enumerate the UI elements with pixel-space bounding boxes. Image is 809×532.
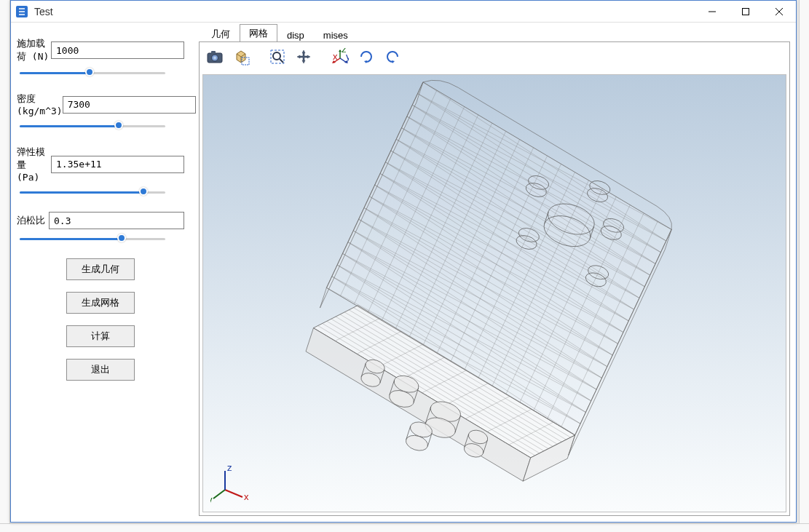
param-density-input[interactable] <box>63 96 196 114</box>
param-load: 施加载荷 (N) <box>17 37 184 63</box>
param-load-label: 施加载荷 (N) <box>17 37 51 63</box>
generate-geometry-button[interactable]: 生成几何 <box>66 258 135 280</box>
cube-select-icon[interactable] <box>230 46 252 68</box>
maximize-button[interactable] <box>729 1 762 23</box>
main-area: 几何 网格 disp mises <box>199 23 790 516</box>
compute-button[interactable]: 计算 <box>66 325 135 347</box>
zoom-box-icon[interactable] <box>267 46 288 68</box>
triad-x-label: x <box>244 491 249 502</box>
param-young-slider[interactable] <box>20 186 165 199</box>
param-young-label: 弹性模量 (Pa) <box>17 146 51 183</box>
client-area: 施加载荷 (N) 密度 (kg/m^3) 弹性模量 (Pa) <box>11 23 796 522</box>
tab-bar: 几何 网格 disp mises <box>199 23 790 41</box>
param-density-label: 密度 (kg/m^3) <box>17 92 63 116</box>
viewport-3d[interactable]: x y z <box>202 74 786 512</box>
background-panel-bottom <box>0 523 809 532</box>
param-density-slider[interactable] <box>20 119 165 132</box>
camera-icon[interactable] <box>204 46 226 68</box>
rotate-ccw-icon[interactable] <box>382 46 403 68</box>
close-button[interactable] <box>762 1 796 23</box>
tab-mesh[interactable]: 网格 <box>240 24 277 42</box>
param-poisson-input[interactable] <box>49 212 184 229</box>
action-buttons: 生成几何 生成网格 计算 退出 <box>17 258 184 381</box>
app-icon <box>15 5 28 18</box>
generate-mesh-button[interactable]: 生成网格 <box>66 292 135 314</box>
tab-panel: zxy <box>199 41 790 516</box>
svg-point-8 <box>273 52 280 60</box>
axes-icon[interactable]: zxy <box>329 46 351 68</box>
svg-line-35 <box>213 490 225 499</box>
background-panel-left <box>0 0 10 532</box>
pan-icon[interactable] <box>293 46 315 68</box>
app-window: Test 施加载荷 (N) 密度 (kg/m^3) <box>10 0 797 523</box>
title-bar: Test <box>11 1 796 23</box>
rotate-cw-icon[interactable] <box>355 46 377 68</box>
minimize-button[interactable] <box>695 1 729 23</box>
viewport-toolbar: zxy <box>200 42 789 71</box>
param-poisson: 泊松比 <box>17 212 184 229</box>
param-poisson-slider[interactable] <box>20 232 165 245</box>
tab-geometry[interactable]: 几何 <box>202 25 240 42</box>
svg-point-4 <box>213 57 216 60</box>
sidebar-panel: 施加载荷 (N) 密度 (kg/m^3) 弹性模量 (Pa) <box>17 37 184 381</box>
triad-y-label: y <box>210 494 213 504</box>
triad-z-label: z <box>227 462 232 473</box>
tab-disp[interactable]: disp <box>277 27 314 42</box>
axis-triad: x y z <box>210 461 254 504</box>
param-young-input[interactable] <box>51 156 184 173</box>
param-load-slider[interactable] <box>20 66 165 79</box>
background-panel-right <box>799 0 809 532</box>
svg-rect-5 <box>211 51 216 54</box>
svg-text:y: y <box>346 51 349 62</box>
tab-mises[interactable]: mises <box>314 27 358 42</box>
param-poisson-label: 泊松比 <box>17 214 49 227</box>
exit-button[interactable]: 退出 <box>66 359 135 381</box>
param-load-input[interactable] <box>51 41 184 59</box>
svg-text:x: x <box>333 51 338 62</box>
svg-rect-1 <box>743 8 749 15</box>
param-young: 弹性模量 (Pa) <box>17 146 184 183</box>
mesh-render <box>203 75 786 512</box>
param-density: 密度 (kg/m^3) <box>17 92 184 116</box>
window-title: Test <box>34 6 695 17</box>
svg-line-34 <box>225 490 242 497</box>
